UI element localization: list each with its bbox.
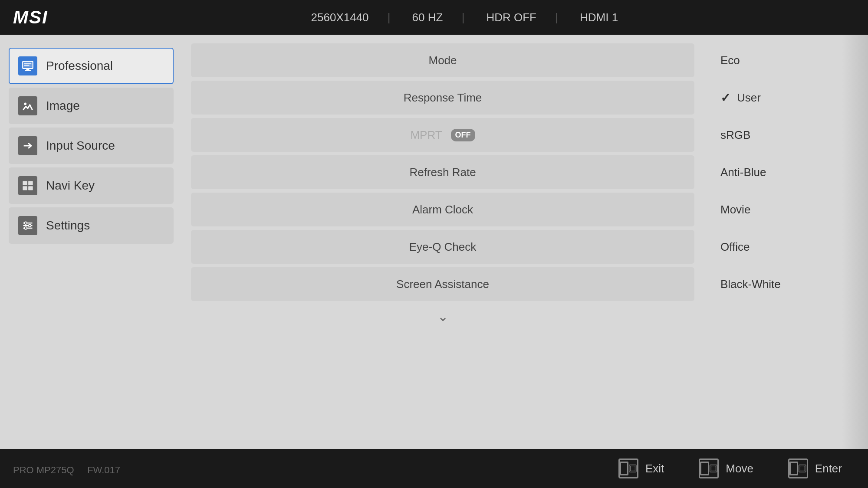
menu-item-refresh-rate[interactable]: Refresh Rate	[191, 155, 694, 189]
menu-item-screen-assistance[interactable]: Screen Assistance	[191, 267, 694, 301]
menu-item-eye-q-check[interactable]: Eye-Q Check	[191, 230, 694, 264]
value-anti-blue: Anti-Blue	[712, 155, 859, 189]
alarm-clock-label: Alarm Clock	[412, 203, 473, 216]
value-office: Office	[712, 230, 859, 264]
response-time-label: Response Time	[404, 91, 482, 105]
sidebar-item-professional[interactable]: Professional	[9, 48, 174, 84]
middle-panel: Mode Response Time MPRT OFF Refresh Rate…	[182, 43, 703, 440]
exit-label: Exit	[645, 462, 664, 475]
svg-rect-4	[24, 65, 30, 66]
value-srgb: sRGB	[712, 118, 859, 152]
navi-icon	[18, 176, 37, 195]
model-name: PRO MP275Q	[13, 465, 74, 475]
eco-label: Eco	[720, 54, 740, 67]
enter-icon	[788, 459, 808, 478]
input-icon	[18, 136, 37, 155]
menu-item-mode[interactable]: Mode	[191, 43, 694, 77]
msi-logo: MSI	[13, 7, 48, 28]
user-label: User	[737, 91, 761, 105]
svg-rect-3	[24, 63, 31, 64]
svg-rect-2	[25, 70, 31, 71]
image-icon	[18, 96, 37, 115]
scroll-down-chevron[interactable]: ⌄	[191, 305, 694, 328]
sidebar-label-navi-key: Navi Key	[46, 179, 95, 193]
enter-label: Enter	[815, 462, 842, 475]
device-info: PRO MP275Q FW.017	[13, 465, 120, 476]
svg-rect-1	[26, 69, 30, 70]
pro-icon	[18, 56, 37, 75]
user-checkmark: ✓	[720, 91, 730, 105]
move-icon	[699, 459, 719, 478]
value-eco: Eco	[712, 43, 859, 77]
mprt-container: MPRT OFF	[410, 128, 475, 142]
anti-blue-label: Anti-Blue	[720, 166, 766, 179]
settings-icon	[18, 216, 37, 235]
svg-rect-8	[28, 181, 33, 185]
value-movie: Movie	[712, 193, 859, 226]
header-info: 2560X1440 60 HZ HDR OFF HDMI 1	[74, 11, 855, 24]
header-resolution: 2560X1440	[289, 11, 391, 24]
sidebar: Professional Image Input Source	[0, 43, 182, 440]
menu-item-mprt[interactable]: MPRT OFF	[191, 118, 694, 152]
svg-rect-18	[631, 466, 635, 471]
svg-point-16	[24, 227, 27, 229]
header-bar: MSI 2560X1440 60 HZ HDR OFF HDMI 1	[0, 0, 868, 35]
bottom-bar: PRO MP275Q FW.017 Exit Move E	[0, 449, 868, 488]
mprt-label: MPRT	[410, 128, 442, 142]
move-label: Move	[726, 462, 753, 475]
srgb-label: sRGB	[720, 128, 750, 142]
header-refresh: 60 HZ	[391, 11, 465, 24]
svg-point-15	[29, 224, 31, 227]
move-action[interactable]: Move	[699, 459, 753, 478]
main-content: Professional Image Input Source	[0, 35, 868, 449]
sidebar-label-image: Image	[46, 99, 80, 113]
exit-action[interactable]: Exit	[618, 459, 664, 478]
menu-item-response-time[interactable]: Response Time	[191, 81, 694, 115]
svg-rect-22	[800, 466, 805, 471]
value-user: ✓ User	[712, 81, 859, 115]
exit-icon	[618, 459, 638, 478]
sidebar-item-settings[interactable]: Settings	[9, 207, 174, 244]
svg-point-14	[24, 222, 27, 224]
sidebar-label-professional: Professional	[46, 59, 113, 73]
eye-q-check-label: Eye-Q Check	[409, 240, 477, 254]
enter-action[interactable]: Enter	[788, 459, 842, 478]
sidebar-label-input-source: Input Source	[46, 139, 115, 153]
svg-rect-10	[28, 186, 33, 190]
sidebar-item-image[interactable]: Image	[9, 88, 174, 124]
mprt-toggle[interactable]: OFF	[451, 129, 475, 141]
svg-rect-20	[711, 466, 716, 471]
refresh-rate-label: Refresh Rate	[409, 166, 476, 179]
black-white-label: Black-White	[720, 278, 781, 291]
firmware-version: FW.017	[87, 465, 120, 475]
movie-label: Movie	[720, 203, 750, 216]
menu-item-alarm-clock[interactable]: Alarm Clock	[191, 193, 694, 226]
office-label: Office	[720, 240, 750, 254]
svg-point-5	[24, 102, 26, 105]
header-hdr: HDR OFF	[464, 11, 558, 24]
right-panel: Eco ✓ User sRGB Anti-Blue Movie Office B…	[703, 43, 868, 440]
sidebar-item-navi-key[interactable]: Navi Key	[9, 167, 174, 204]
screen-assistance-label: Screen Assistance	[396, 278, 489, 291]
svg-rect-9	[23, 186, 27, 190]
sidebar-label-settings: Settings	[46, 219, 90, 233]
sidebar-item-input-source[interactable]: Input Source	[9, 128, 174, 164]
value-black-white: Black-White	[712, 267, 859, 301]
header-input: HDMI 1	[558, 11, 640, 24]
mode-label: Mode	[428, 54, 457, 67]
svg-rect-7	[23, 181, 27, 185]
